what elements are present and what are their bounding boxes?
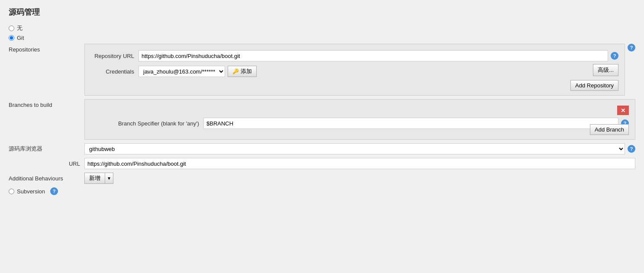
radio-svn-input[interactable] [9, 189, 14, 194]
source-browser-section: 源码库浏览器 githubweb ? [9, 143, 635, 154]
page-container: 源码管理 无 Git Repositories Repository URL ? [0, 0, 644, 273]
radio-none-input[interactable] [9, 26, 14, 31]
radio-none-label: 无 [17, 24, 23, 32]
radio-svn[interactable]: Subversion ? [9, 187, 635, 195]
radio-git-label: Git [17, 35, 24, 41]
branch-specifier-label: Branch Specifier (blank for 'any') [91, 120, 203, 127]
advanced-label: 高级... [598, 67, 614, 73]
svn-help-icon[interactable]: ? [50, 187, 58, 195]
branch-specifier-input[interactable] [203, 118, 618, 129]
branch-specifier-row: Branch Specifier (blank for 'any') ? [91, 118, 629, 129]
radio-svn-label: Subversion [17, 188, 45, 195]
dropdown-arrow-button[interactable]: ▾ [105, 173, 113, 184]
repo-url-input[interactable] [138, 50, 608, 61]
source-browser-label: 源码库浏览器 [9, 145, 84, 153]
add-repository-button[interactable]: Add Repository [570, 80, 618, 91]
delete-btn-row: ✕ [91, 106, 629, 115]
source-browser-help-icon[interactable]: ? [628, 145, 635, 153]
xinjian-button[interactable]: 新增 [84, 173, 105, 184]
key-icon: 🔑 [232, 68, 239, 74]
radio-git-input[interactable] [9, 35, 14, 41]
credentials-row: Credentials java_zhoulu@163.com/****** 🔑… [91, 66, 618, 77]
url-row: URL [9, 158, 635, 169]
branches-section: Branches to build ✕ Branch Specifier (bl… [9, 99, 635, 140]
repo-url-row: Repository URL ? [91, 50, 618, 61]
add-branch-button[interactable]: Add Branch [590, 124, 629, 135]
repositories-content: Repository URL ? Credentials java_zhoulu… [84, 44, 625, 96]
repositories-section: Repositories Repository URL ? Credential… [9, 44, 635, 96]
delete-icon: ✕ [621, 107, 625, 114]
additional-behaviours-section: Additional Behaviours 新增 ▾ [9, 173, 635, 184]
repositories-help-icon[interactable]: ? [628, 44, 635, 51]
dropdown-arrow-icon: ▾ [108, 175, 110, 181]
repo-url-input-wrap: ? [138, 50, 618, 61]
additional-behaviours-controls: 新增 ▾ [84, 173, 113, 184]
radio-git[interactable]: Git [9, 35, 635, 41]
add-repository-label: Add Repository [575, 82, 614, 89]
url-input[interactable] [84, 158, 635, 169]
branches-label: Branches to build [9, 99, 84, 108]
add-credentials-button[interactable]: 🔑 添加 [228, 66, 257, 77]
add-credentials-label: 添加 [241, 67, 252, 75]
branches-content: ✕ Branch Specifier (blank for 'any') ? A… [84, 99, 635, 140]
advanced-button[interactable]: 高级... [593, 64, 618, 76]
url-label: URL [9, 161, 84, 167]
repositories-label: Repositories [9, 44, 84, 53]
credentials-select[interactable]: java_zhoulu@163.com/****** [138, 66, 225, 77]
additional-behaviours-label: Additional Behaviours [9, 175, 84, 182]
branch-specifier-input-wrap: ? [203, 118, 629, 129]
radio-none[interactable]: 无 [9, 24, 635, 32]
credentials-label: Credentials [91, 68, 138, 75]
page-title: 源码管理 [9, 7, 635, 17]
repo-url-help-icon[interactable]: ? [611, 52, 618, 60]
credentials-controls: java_zhoulu@163.com/****** 🔑 添加 [138, 66, 257, 77]
delete-branch-button[interactable]: ✕ [617, 106, 629, 115]
source-browser-select[interactable]: githubweb [84, 143, 625, 154]
xinjian-label: 新增 [89, 175, 100, 181]
repositories-inner: Repository URL ? Credentials java_zhoulu… [84, 44, 625, 96]
repo-url-label: Repository URL [91, 53, 138, 59]
branches-inner: ✕ Branch Specifier (blank for 'any') ? A… [84, 99, 635, 140]
add-branch-label: Add Branch [595, 126, 624, 133]
